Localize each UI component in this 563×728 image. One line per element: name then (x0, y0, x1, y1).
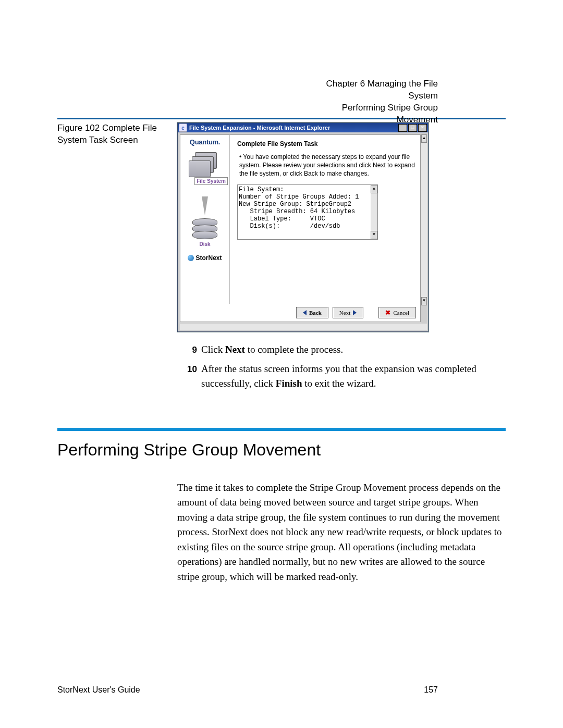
summary-line: Stripe Breadth: 64 Kilobytes (239, 208, 376, 215)
step-number: 9 (182, 342, 197, 357)
section-heading: Performing Stripe Group Movement (57, 440, 506, 460)
triangle-right-icon (353, 310, 357, 315)
wizard-button-bar: Back Next ✖ Cancel (180, 304, 421, 322)
quantum-logo: Quantum. (190, 138, 220, 146)
summary-line: New Stripe Group: StripeGroup2 (239, 201, 376, 208)
close-button[interactable]: × (418, 124, 427, 132)
stornext-icon (188, 255, 194, 261)
step-number: 10 (182, 362, 197, 391)
step-bold: Next (225, 344, 245, 355)
scroll-up-icon[interactable]: ▲ (371, 185, 377, 193)
scroll-up-icon[interactable]: ▲ (421, 134, 427, 143)
next-label: Next (339, 310, 350, 316)
summary-line: Label Type: VTOC (239, 215, 376, 223)
stornext-label: StorNext (195, 254, 222, 262)
stornext-brand: StorNext (188, 254, 222, 262)
section-body: The time it takes to complete the Stripe… (177, 480, 506, 585)
figure-rule (57, 118, 506, 119)
page-number: 157 (424, 685, 438, 695)
wizard-main: Complete File System Task • You have com… (230, 135, 420, 305)
cancel-button[interactable]: ✖ Cancel (378, 307, 416, 318)
back-label: Back (309, 310, 322, 316)
step-text: Click Next to complete the process. (201, 342, 343, 357)
step-text: After the status screen informs you that… (201, 362, 506, 391)
bottom-gutter (180, 324, 427, 330)
next-button[interactable]: Next (333, 307, 363, 318)
header-chapter: Chapter 6 Managing the File System (302, 78, 438, 102)
scroll-down-icon[interactable]: ▼ (421, 297, 427, 305)
wizard-description: • You have completed the necessary steps… (239, 153, 415, 178)
section-rule (57, 428, 506, 431)
triangle-left-icon (303, 310, 307, 315)
window-title: File System Expansion - Microsoft Intern… (189, 125, 398, 131)
step-item: 10After the status screen informs you th… (182, 362, 506, 391)
cancel-label: Cancel (393, 310, 409, 316)
footer-title: StorNext User's Guide (57, 685, 140, 695)
back-button[interactable]: Back (296, 307, 328, 318)
textarea-scrollbar[interactable]: ▲ ▼ (371, 185, 377, 239)
step-bold: Finish (276, 378, 302, 389)
summary-line: File System: (239, 186, 376, 193)
step-item: 9Click Next to complete the process. (182, 342, 506, 357)
wizard-heading: Complete File System Task (237, 140, 415, 147)
figure-caption: Figure 102 Complete File System Task Scr… (57, 122, 177, 146)
minimize-button[interactable]: _ (398, 124, 407, 132)
x-icon: ✖ (385, 309, 390, 317)
ie-icon: e (179, 124, 187, 132)
summary-textarea[interactable]: File System:Number of Stripe Groups Adde… (237, 184, 378, 240)
disk-label: Disk (199, 241, 210, 247)
summary-line: Number of Stripe Groups Added: 1 (239, 193, 376, 201)
scroll-down-icon[interactable]: ▼ (371, 231, 377, 239)
maximize-button[interactable]: □ (408, 124, 417, 132)
ie-window: e File System Expansion - Microsoft Inte… (177, 122, 429, 332)
arrow-down-icon (202, 196, 208, 215)
page-scrollbar[interactable]: ▲ ▼ (421, 134, 427, 305)
window-titlebar: e File System Expansion - Microsoft Inte… (178, 123, 428, 132)
file-system-label: File System (194, 177, 228, 185)
summary-line: Disk(s): /dev/sdb (239, 223, 376, 230)
wizard-panel: Quantum. File System Disk StorNext (180, 134, 421, 305)
disk-graphic (192, 220, 217, 239)
step-list: 9Click Next to complete the process.10Af… (182, 342, 506, 391)
wizard-sidebar: Quantum. File System Disk StorNext (180, 135, 230, 305)
